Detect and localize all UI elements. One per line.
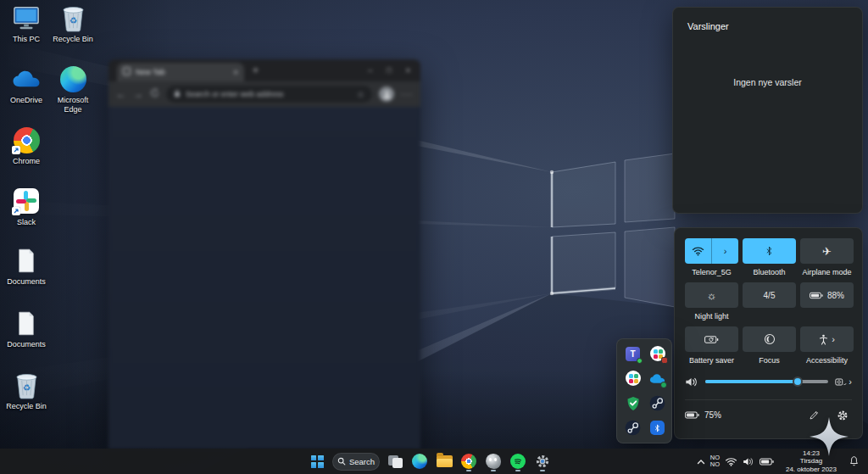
window-close-button[interactable]: × bbox=[406, 66, 410, 75]
chrome-icon bbox=[12, 125, 41, 154]
running-indicator bbox=[515, 470, 520, 472]
address-placeholder: Search or enter web address bbox=[186, 90, 352, 98]
tray-onedrive-sync-icon[interactable] bbox=[649, 371, 665, 387]
wifi-label: Telenor_5G bbox=[692, 268, 732, 277]
night-light-label: Night light bbox=[694, 312, 728, 321]
taskbar-settings-icon[interactable] bbox=[533, 450, 552, 472]
new-tab-button[interactable]: + bbox=[253, 64, 259, 76]
audio-output-selector[interactable]: › bbox=[835, 377, 852, 387]
profile-avatar[interactable] bbox=[379, 86, 394, 102]
tray-wifi-icon[interactable] bbox=[725, 457, 737, 466]
gear-icon bbox=[535, 454, 550, 469]
windows-logo-icon bbox=[311, 455, 324, 468]
tray-slack-icon[interactable] bbox=[625, 371, 641, 387]
address-bar[interactable]: Search or enter web address ☆ bbox=[166, 86, 372, 103]
battery-tile-percent: 88% bbox=[827, 291, 844, 300]
tab-close-icon[interactable]: × bbox=[233, 68, 238, 77]
desktop-icon-label: Recycle Bin bbox=[4, 402, 48, 411]
airplane-mode-label: Airplane mode bbox=[802, 268, 851, 277]
tray-battery-icon[interactable] bbox=[760, 458, 774, 466]
running-indicator bbox=[491, 470, 496, 472]
wifi-expand-chevron[interactable]: › bbox=[712, 238, 738, 264]
volume-slider-fill bbox=[705, 380, 798, 383]
tray-bluetooth-icon[interactable] bbox=[649, 420, 665, 436]
edge-browser-window: New Tab × + – □ × ← → Search or enter we… bbox=[108, 59, 420, 449]
tray-volume-icon[interactable] bbox=[743, 457, 754, 466]
bluetooth-tile[interactable] bbox=[743, 238, 796, 264]
taskbar-edge-icon[interactable] bbox=[410, 450, 429, 472]
browser-tab[interactable]: New Tab × bbox=[117, 63, 244, 81]
accessibility-label: Accessibility bbox=[806, 356, 848, 365]
battery-status-icon bbox=[685, 411, 699, 419]
battery-tile[interactable]: 88% bbox=[800, 282, 854, 308]
focus-tile[interactable] bbox=[743, 326, 796, 352]
recycle-bin-icon: ♻ bbox=[12, 371, 41, 399]
search-icon bbox=[337, 457, 346, 466]
desktop: This PC ♻ Recycle Bin OneDrive Microso bbox=[0, 0, 868, 474]
slack-icon bbox=[12, 187, 41, 215]
cursor-sparkle-icon bbox=[810, 417, 849, 456]
tray-steam-icon-2[interactable] bbox=[625, 420, 641, 436]
notifications-title: Varslinger bbox=[687, 21, 729, 31]
wifi-toggle-button[interactable] bbox=[685, 238, 711, 264]
night-light-tile[interactable]: ☼ bbox=[685, 282, 738, 308]
window-minimize-button[interactable]: – bbox=[368, 66, 372, 75]
battery-saver-tile[interactable] bbox=[685, 326, 738, 352]
refresh-button[interactable] bbox=[150, 88, 159, 100]
tray-overflow-popup: T bbox=[616, 338, 672, 443]
taskbar-spotify-icon[interactable] bbox=[509, 450, 527, 472]
desktop-icon-documents-2[interactable]: Documents bbox=[4, 309, 48, 349]
bluetooth-label: Bluetooth bbox=[753, 268, 785, 277]
forward-button[interactable]: → bbox=[133, 88, 143, 100]
audio-output-chevron: › bbox=[849, 377, 852, 387]
desktop-icon-documents-1[interactable]: Documents bbox=[4, 246, 48, 287]
tab-favicon-icon bbox=[123, 67, 131, 77]
taskbar-file-explorer-icon[interactable] bbox=[435, 450, 453, 472]
browser-menu-icon[interactable]: ··· bbox=[401, 89, 413, 99]
volume-slider[interactable] bbox=[705, 380, 828, 383]
desktop-icon-label: This PC bbox=[4, 35, 48, 44]
taskbar-chrome-icon[interactable] bbox=[459, 450, 478, 472]
desktop-icon-recycle-bin[interactable]: ♻ Recycle Bin bbox=[51, 3, 95, 44]
battery-saver-label: Battery saver bbox=[689, 356, 734, 365]
accessibility-tile[interactable]: › bbox=[800, 326, 854, 352]
task-view-button[interactable] bbox=[386, 450, 404, 472]
taskbar-search[interactable]: Search bbox=[332, 453, 380, 471]
airplane-mode-tile[interactable]: ✈ bbox=[800, 238, 854, 264]
desktop-icon-chrome[interactable]: Chrome bbox=[4, 125, 48, 166]
window-maximize-button[interactable]: □ bbox=[387, 66, 391, 75]
browser-toolbar: ← → Search or enter web address ☆ ··· bbox=[108, 81, 420, 107]
volume-slider-thumb[interactable] bbox=[793, 376, 803, 387]
desktop-icon-label: Slack bbox=[4, 218, 48, 227]
browser-tab-strip: New Tab × + – □ × bbox=[108, 59, 420, 81]
tray-steam-icon[interactable] bbox=[649, 395, 665, 411]
sun-icon: ☼ bbox=[707, 289, 717, 302]
taskbar-gimp-icon[interactable] bbox=[484, 450, 503, 472]
desktop-icon-label: Documents bbox=[4, 340, 48, 349]
desktop-icon-microsoft-edge[interactable]: Microsoft Edge bbox=[51, 64, 95, 114]
tray-teams-icon[interactable]: T bbox=[625, 346, 641, 362]
document-icon bbox=[12, 246, 41, 275]
wifi-tile: › bbox=[685, 238, 738, 264]
accessibility-person-icon bbox=[819, 334, 828, 345]
favorites-star-icon[interactable]: ☆ bbox=[357, 90, 364, 99]
tray-slack-notification-icon[interactable] bbox=[649, 346, 665, 362]
svg-text:♻: ♻ bbox=[69, 15, 77, 25]
shortcut-arrow-icon bbox=[12, 146, 20, 154]
desktop-icon-onedrive[interactable]: OneDrive bbox=[4, 64, 48, 105]
keyboard-backlight-level: 4/5 bbox=[764, 291, 776, 300]
back-button[interactable]: ← bbox=[116, 88, 126, 100]
volume-speaker-icon[interactable] bbox=[685, 376, 698, 388]
start-button[interactable] bbox=[308, 450, 326, 472]
desktop-icon-slack[interactable]: Slack bbox=[4, 187, 48, 227]
search-label: Search bbox=[349, 457, 375, 466]
language-indicator[interactable]: NO NO bbox=[710, 454, 720, 469]
tray-windows-security-icon[interactable] bbox=[625, 395, 641, 411]
desktop-icon-this-pc[interactable]: This PC bbox=[4, 3, 48, 44]
this-pc-icon bbox=[12, 3, 41, 32]
lock-icon bbox=[174, 89, 181, 99]
notification-bell-icon[interactable] bbox=[849, 455, 860, 467]
desktop-icon-recycle-bin-2[interactable]: ♻ Recycle Bin bbox=[4, 371, 48, 411]
keyboard-backlight-tile[interactable]: 4/5 bbox=[743, 282, 796, 308]
hidden-icons-chevron[interactable] bbox=[697, 459, 705, 465]
